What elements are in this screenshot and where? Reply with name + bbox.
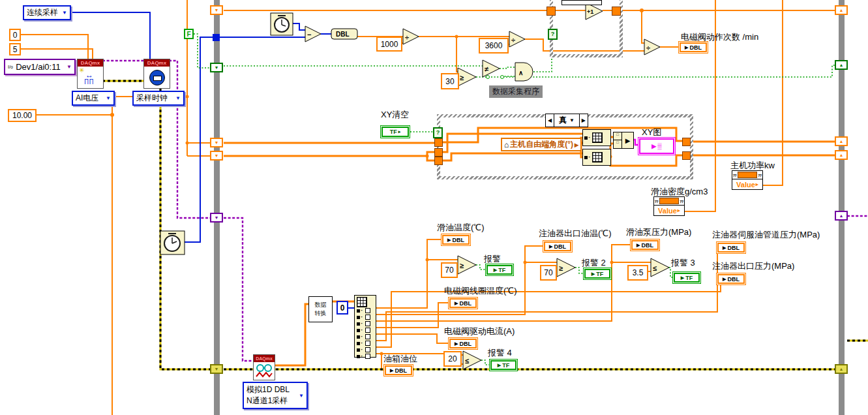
alarm4-indicator[interactable]: ▶TF (489, 359, 518, 371)
counter-case-selector[interactable] (561, 0, 602, 5)
wait-clock-icon[interactable] (160, 231, 185, 254)
oil-temp-indicator[interactable]: ▶DBL (441, 234, 471, 246)
daqmx-read-node[interactable]: DAQmx (253, 354, 275, 380)
shift-register-right-task[interactable]: ▲ (835, 211, 848, 221)
chevron-down-icon[interactable]: ▼ (62, 10, 67, 16)
svg-text:≤: ≤ (653, 264, 657, 272)
bundle-node[interactable]: □ □ ▶ (613, 132, 634, 149)
channel-constant[interactable]: I/o Dev1/ai0:11 ▼ (4, 59, 76, 75)
pump-pressure-indicator[interactable]: ▶DBL (630, 239, 660, 251)
case-next-icon[interactable]: ▶ (580, 114, 588, 127)
case-prev-icon[interactable]: ◀ (546, 114, 554, 127)
shift-register-left-array2[interactable]: ▼ (210, 151, 223, 161)
tick-count-icon[interactable] (271, 13, 293, 35)
wire-tick1[interactable] (293, 23, 305, 30)
alarm2-indicator[interactable]: ▶TF (583, 268, 612, 280)
injector-temp-indicator[interactable]: ▶DBL (543, 240, 573, 253)
shift-register-right-error[interactable]: ▲ (835, 364, 848, 374)
constant-30[interactable]: 30 (441, 73, 459, 89)
main-power-property-node[interactable]: ⁇⁇ Value▸ (732, 170, 763, 190)
xy-case-tunnel-l3[interactable] (434, 157, 443, 165)
xy-case-selector[interactable]: ◀ 真▼ ▶ (545, 114, 588, 127)
shift-register-left-array1[interactable]: ▼ (210, 138, 223, 147)
shift-register-right-count[interactable]: ▲ (835, 5, 848, 15)
xy-case-tunnel-l2[interactable] (434, 148, 443, 157)
read-type-dropdown[interactable]: 模拟1D DBLN通道1采样 ▼ (243, 382, 308, 409)
daqmx-create-channel-node[interactable]: DAQmx ✳ ↔ ∏∏ (77, 59, 104, 89)
build-array-node-1[interactable]: ⁺ (582, 129, 611, 146)
shift-register-left-task[interactable]: ▼ (210, 213, 223, 223)
chevron-down-icon[interactable]: ▼ (67, 64, 72, 70)
constant-10[interactable]: 10.00 (8, 109, 37, 122)
wire-const5[interactable] (20, 49, 93, 59)
wire-error-down[interactable] (160, 89, 210, 369)
wire-counter-to-div[interactable] (642, 10, 644, 43)
xy-clear-constant[interactable]: TF▸ (380, 125, 410, 138)
wire-task-down[interactable] (169, 61, 210, 218)
shift-register-right-array2[interactable]: ▲ (835, 150, 848, 160)
xy-case-tunnel-l1[interactable] (434, 138, 443, 147)
xy-case-tunnel-r2[interactable] (682, 151, 691, 160)
coil-temp-indicator[interactable]: ▶DBL (448, 297, 478, 309)
index-array-node[interactable]: ⁺ ⁺ ⁺ ⁺ ⁺ ⁺ ⁺ ⁺ (354, 295, 376, 358)
xy-graph-terminal[interactable]: ▶▒ (638, 137, 676, 155)
constant-20[interactable]: 20 (443, 351, 462, 367)
index-0-constant[interactable]: 0 (337, 301, 348, 315)
valve-count-indicator[interactable]: ▶DBL (678, 41, 708, 54)
build-array-node-2[interactable]: ⁺ (582, 149, 611, 166)
alarm3-indicator[interactable]: ▶TF (672, 271, 701, 284)
case-tunnel-in[interactable] (546, 7, 556, 16)
data-convert-subvi[interactable]: 数据转换 (308, 296, 333, 322)
wire-power-value[interactable] (762, 0, 783, 185)
oil-density-property-node[interactable]: ⁇⁇ Value▸ (653, 196, 685, 216)
chevron-down-icon[interactable]: ▼ (299, 393, 304, 399)
angle-local-variable[interactable]: ⌂ 主机自由端角度(°) ▸ (501, 138, 582, 151)
wire-row5[interactable] (376, 334, 448, 343)
shift-register-left-error[interactable]: ▼ (210, 364, 223, 374)
constant-35[interactable]: 3.5 (627, 265, 648, 281)
chevron-down-icon[interactable]: ▼ (175, 95, 181, 101)
wire-alarm1[interactable] (476, 265, 485, 269)
outlet-pressure-indicator[interactable]: ▶DBL (716, 273, 746, 285)
shift-register-left-bool[interactable]: ▼ (210, 63, 223, 72)
case-tunnel-out[interactable] (612, 7, 621, 16)
alarm1-indicator[interactable]: ▶TF (485, 264, 514, 276)
clock-type-dropdown[interactable]: 采样时钟▼ (132, 91, 185, 106)
wire-sample-mode[interactable] (68, 12, 150, 59)
tunnel-blue-tick[interactable] (213, 34, 220, 41)
wire-to-ge30[interactable] (456, 37, 458, 72)
chevron-down-icon[interactable]: ▼ (569, 117, 575, 123)
wire-row7[interactable] (376, 285, 721, 347)
shift-register-right-array1[interactable]: ▲ (835, 136, 848, 146)
wire-row8[interactable] (376, 354, 383, 370)
shift-register-right-bool[interactable]: ▲ (835, 60, 848, 70)
servo-pressure-indicator[interactable]: ▶DBL (716, 241, 746, 254)
ai-type-dropdown[interactable]: AI电压▼ (72, 91, 115, 106)
chevron-down-icon[interactable]: ▼ (106, 95, 111, 101)
constant-1000[interactable]: 1000 (376, 37, 402, 52)
constant-70b[interactable]: 70 (540, 265, 557, 281)
wire-const0[interactable] (20, 35, 88, 59)
case-selector-tunnel[interactable]: ? (548, 29, 558, 40)
wire-task-inside[interactable] (224, 218, 253, 361)
tank-level-indicator[interactable]: ▶DBL (383, 364, 413, 377)
constant-70a[interactable]: 70 (441, 262, 458, 278)
wire-read-data[interactable] (274, 304, 308, 365)
wire-false-const[interactable] (194, 34, 210, 68)
sample-mode-dropdown[interactable]: 连续采样▼ (23, 5, 71, 20)
xy-case-selector-tunnel[interactable]: ? (433, 127, 443, 138)
constant-0[interactable]: 0 (9, 29, 21, 41)
wire-ne-out[interactable] (500, 67, 515, 69)
constant-3600[interactable]: 3600 (479, 38, 509, 54)
wire-alarm4[interactable] (481, 360, 489, 365)
wire-row1[interactable] (376, 239, 441, 308)
wire-row3[interactable] (376, 245, 630, 321)
false-constant[interactable]: F (184, 29, 194, 39)
shift-register-left-count[interactable]: ▼ (210, 5, 223, 15)
xy-case-tunnel-r1[interactable] (682, 138, 691, 146)
svg-text:÷: ÷ (511, 36, 515, 44)
drive-current-indicator[interactable]: ▶DBL (448, 337, 478, 350)
constant-5[interactable]: 5 (9, 43, 21, 55)
daqmx-timing-node[interactable]: DAQmx (143, 59, 170, 89)
wire-10-main[interactable] (37, 115, 112, 415)
